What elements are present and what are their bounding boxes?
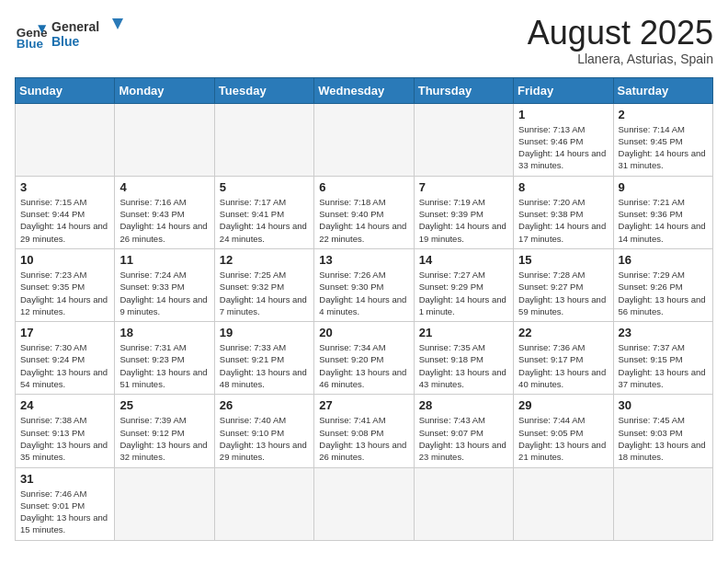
calendar-cell: 18Sunrise: 7:31 AM Sunset: 9:23 PM Dayli… [115,322,214,395]
calendar-cell: 17Sunrise: 7:30 AM Sunset: 9:24 PM Dayli… [16,322,115,395]
day-info: Sunrise: 7:25 AM Sunset: 9:32 PM Dayligh… [220,269,309,317]
calendar-week-6: 31Sunrise: 7:46 AM Sunset: 9:01 PM Dayli… [16,467,713,540]
day-number: 28 [419,398,508,412]
weekday-header-friday: Friday [514,77,613,103]
weekday-header-tuesday: Tuesday [214,77,313,103]
calendar-cell: 29Sunrise: 7:44 AM Sunset: 9:05 PM Dayli… [514,395,613,467]
day-info: Sunrise: 7:14 AM Sunset: 9:45 PM Dayligh… [619,123,708,172]
calendar-cell [414,103,513,176]
calendar-cell: 24Sunrise: 7:38 AM Sunset: 9:13 PM Dayli… [16,395,115,467]
svg-text:Blue: Blue [17,37,44,51]
calendar-week-4: 17Sunrise: 7:30 AM Sunset: 9:24 PM Dayli… [16,322,713,395]
calendar-cell: 12Sunrise: 7:25 AM Sunset: 9:32 PM Dayli… [214,248,313,321]
calendar-cell: 2Sunrise: 7:14 AM Sunset: 9:45 PM Daylig… [613,103,712,176]
day-number: 1 [518,108,608,121]
calendar-cell [314,103,414,176]
day-info: Sunrise: 7:28 AM Sunset: 9:27 PM Dayligh… [518,269,608,317]
day-info: Sunrise: 7:13 AM Sunset: 9:46 PM Dayligh… [518,123,608,172]
day-info: Sunrise: 7:27 AM Sunset: 9:29 PM Dayligh… [419,269,508,317]
day-info: Sunrise: 7:21 AM Sunset: 9:36 PM Dayligh… [619,196,708,245]
day-info: Sunrise: 7:31 AM Sunset: 9:23 PM Dayligh… [119,341,209,390]
day-info: Sunrise: 7:44 AM Sunset: 9:05 PM Dayligh… [518,414,608,463]
calendar-cell: 30Sunrise: 7:45 AM Sunset: 9:03 PM Dayli… [613,395,712,467]
day-number: 27 [319,398,408,412]
day-info: Sunrise: 7:24 AM Sunset: 9:33 PM Dayligh… [119,269,209,317]
day-info: Sunrise: 7:38 AM Sunset: 9:13 PM Dayligh… [20,414,109,463]
day-number: 9 [619,180,708,194]
calendar-cell: 21Sunrise: 7:35 AM Sunset: 9:18 PM Dayli… [414,322,513,395]
calendar-week-5: 24Sunrise: 7:38 AM Sunset: 9:13 PM Dayli… [16,395,713,467]
day-number: 8 [518,180,608,194]
day-number: 7 [419,180,508,194]
day-info: Sunrise: 7:17 AM Sunset: 9:41 PM Dayligh… [220,196,309,245]
calendar-cell: 22Sunrise: 7:36 AM Sunset: 9:17 PM Dayli… [514,322,613,395]
calendar-cell [16,103,115,176]
day-number: 25 [119,398,209,412]
day-info: Sunrise: 7:35 AM Sunset: 9:18 PM Dayligh… [419,341,508,390]
day-info: Sunrise: 7:30 AM Sunset: 9:24 PM Dayligh… [20,341,109,390]
calendar-cell [314,467,414,540]
day-number: 22 [518,326,608,339]
weekday-header-thursday: Thursday [414,77,513,103]
day-number: 17 [20,326,109,339]
day-number: 12 [220,253,309,267]
calendar-cell: 10Sunrise: 7:23 AM Sunset: 9:35 PM Dayli… [16,248,115,321]
location-subtitle: Llanera, Asturias, Spain [528,52,713,66]
day-info: Sunrise: 7:40 AM Sunset: 9:10 PM Dayligh… [220,414,309,463]
calendar-cell: 6Sunrise: 7:18 AM Sunset: 9:40 PM Daylig… [314,176,414,248]
calendar-cell: 16Sunrise: 7:29 AM Sunset: 9:26 PM Dayli… [613,248,712,321]
day-number: 13 [319,253,408,267]
calendar-cell [115,467,214,540]
day-number: 29 [518,398,608,412]
calendar-cell: 1Sunrise: 7:13 AM Sunset: 9:46 PM Daylig… [514,103,613,176]
calendar-cell: 27Sunrise: 7:41 AM Sunset: 9:08 PM Dayli… [314,395,414,467]
day-number: 15 [518,253,608,267]
month-year-title: August 2025 [528,15,713,52]
calendar-cell [613,467,712,540]
calendar-cell: 28Sunrise: 7:43 AM Sunset: 9:07 PM Dayli… [414,395,513,467]
day-info: Sunrise: 7:18 AM Sunset: 9:40 PM Dayligh… [319,196,408,245]
calendar-cell [414,467,513,540]
header: General Blue General Blue August 2025 Ll… [15,15,713,66]
day-number: 6 [319,180,408,194]
svg-marker-5 [112,18,123,29]
day-info: Sunrise: 7:15 AM Sunset: 9:44 PM Dayligh… [20,196,109,245]
calendar-cell: 14Sunrise: 7:27 AM Sunset: 9:29 PM Dayli… [414,248,513,321]
calendar-cell [514,467,613,540]
day-info: Sunrise: 7:46 AM Sunset: 9:01 PM Dayligh… [20,488,109,536]
day-info: Sunrise: 7:41 AM Sunset: 9:08 PM Dayligh… [319,414,408,463]
day-number: 18 [119,326,209,339]
day-info: Sunrise: 7:34 AM Sunset: 9:20 PM Dayligh… [319,341,408,390]
day-number: 14 [419,253,508,267]
day-number: 2 [619,108,708,121]
calendar-week-2: 3Sunrise: 7:15 AM Sunset: 9:44 PM Daylig… [16,176,713,248]
calendar-cell: 9Sunrise: 7:21 AM Sunset: 9:36 PM Daylig… [613,176,712,248]
svg-text:Blue: Blue [51,34,80,49]
calendar-cell: 19Sunrise: 7:33 AM Sunset: 9:21 PM Dayli… [214,322,313,395]
calendar-cell: 8Sunrise: 7:20 AM Sunset: 9:38 PM Daylig… [514,176,613,248]
day-number: 20 [319,326,408,339]
calendar-cell: 4Sunrise: 7:16 AM Sunset: 9:43 PM Daylig… [115,176,214,248]
day-number: 30 [619,398,708,412]
day-info: Sunrise: 7:45 AM Sunset: 9:03 PM Dayligh… [619,414,708,463]
day-number: 23 [619,326,708,339]
day-info: Sunrise: 7:29 AM Sunset: 9:26 PM Dayligh… [619,269,708,317]
calendar-cell: 26Sunrise: 7:40 AM Sunset: 9:10 PM Dayli… [214,395,313,467]
day-number: 3 [20,180,109,194]
title-area: August 2025 Llanera, Asturias, Spain [528,15,713,66]
day-info: Sunrise: 7:16 AM Sunset: 9:43 PM Dayligh… [119,196,209,245]
calendar-cell: 15Sunrise: 7:28 AM Sunset: 9:27 PM Dayli… [514,248,613,321]
calendar-cell: 23Sunrise: 7:37 AM Sunset: 9:15 PM Dayli… [613,322,712,395]
day-info: Sunrise: 7:43 AM Sunset: 9:07 PM Dayligh… [419,414,508,463]
calendar-cell: 11Sunrise: 7:24 AM Sunset: 9:33 PM Dayli… [115,248,214,321]
day-number: 16 [619,253,708,267]
day-number: 19 [220,326,309,339]
calendar-cell: 7Sunrise: 7:19 AM Sunset: 9:39 PM Daylig… [414,176,513,248]
weekday-header-sunday: Sunday [16,77,115,103]
day-number: 21 [419,326,508,339]
calendar-cell: 25Sunrise: 7:39 AM Sunset: 9:12 PM Dayli… [115,395,214,467]
day-number: 4 [119,180,209,194]
weekday-header-wednesday: Wednesday [314,77,414,103]
calendar-cell [115,103,214,176]
day-info: Sunrise: 7:33 AM Sunset: 9:21 PM Dayligh… [220,341,309,390]
